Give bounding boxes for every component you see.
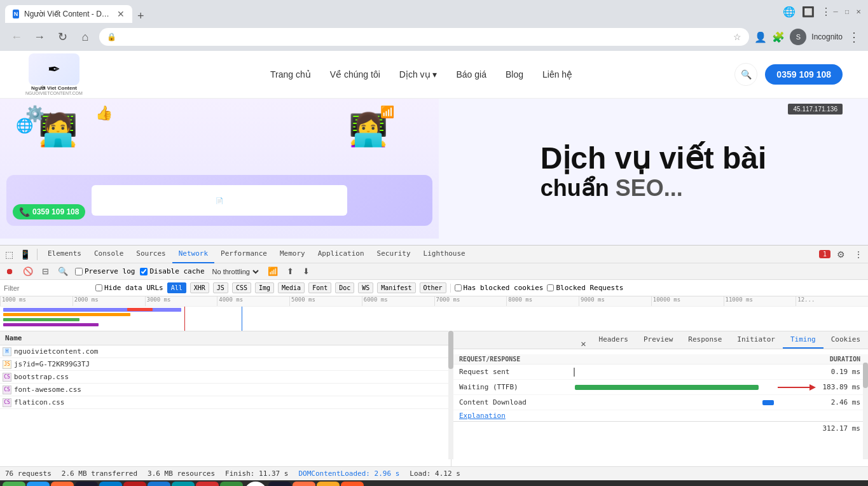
devtools-settings-btn[interactable]: ⚙ (834, 248, 848, 261)
scroll-thumb[interactable] (448, 331, 453, 369)
active-tab[interactable]: N Người Viết Content - Dịch vụ viết... ✕ (5, 5, 132, 23)
chrome-extensions[interactable]: 🔲 (802, 6, 815, 18)
profile-icon[interactable]: 👤 (754, 31, 767, 43)
tab-memory[interactable]: Memory (273, 246, 312, 263)
extensions-icon[interactable]: 🧩 (772, 31, 785, 43)
new-tab-button[interactable]: + (132, 10, 149, 23)
throttle-select[interactable]: No throttling (210, 267, 261, 276)
taskbar-vscode-btn[interactable]: 📝 (99, 482, 122, 486)
tab-network[interactable]: Network (172, 246, 214, 263)
timeline-waterfall[interactable] (0, 307, 868, 331)
tab-sources[interactable]: Sources (130, 246, 172, 263)
filter-input[interactable] (4, 284, 92, 292)
taskbar-sublime2-btn[interactable]: S (341, 482, 364, 486)
chrome-menu-icon[interactable]: ⋮ (821, 6, 831, 18)
tab-security[interactable]: Security (371, 246, 417, 263)
filter-ws-btn[interactable]: WS (358, 282, 373, 293)
cta-phone-button[interactable]: 0359 109 108 (765, 64, 843, 85)
forward-button[interactable]: → (31, 28, 48, 46)
record-btn[interactable]: ⏺ (4, 265, 16, 277)
devtools-inspect-btn[interactable]: ⬚ (3, 248, 16, 261)
minimize-btn[interactable]: ─ (831, 7, 840, 16)
tab-elements[interactable]: Elements (41, 246, 88, 263)
tab-performance[interactable]: Performance (214, 246, 273, 263)
nav-blog[interactable]: Blog (506, 69, 523, 80)
detail-scroll-thumb[interactable] (863, 363, 868, 388)
detail-tab-headers[interactable]: Headers (591, 331, 636, 349)
tab-application[interactable]: Application (312, 246, 371, 263)
taskbar-files-btn[interactable]: 📁 (27, 482, 50, 486)
search-btn[interactable]: 🔍 (56, 265, 70, 277)
network-row-1[interactable]: H nguoivietcontent.com (0, 345, 451, 358)
detail-tab-cookies[interactable]: Cookies (823, 331, 868, 349)
taskbar-nemo-btn[interactable]: 📂 (220, 482, 243, 486)
nav-dich-vu[interactable]: Dịch vụ (399, 69, 437, 80)
clear-btn[interactable]: 🚫 (21, 265, 35, 277)
nav-bao-gia[interactable]: Báo giá (457, 69, 486, 80)
tab-close-btn[interactable]: ✕ (117, 9, 125, 19)
timing-explanation-link[interactable]: Explanation (451, 410, 868, 421)
nav-lien-he[interactable]: Liên hệ (542, 69, 572, 80)
bookmark-icon[interactable]: ☆ (733, 32, 741, 42)
filter-btn[interactable]: ⊟ (40, 265, 51, 277)
reload-button[interactable]: ↻ (53, 28, 71, 46)
taskbar-terminal-btn[interactable]: T (75, 482, 98, 486)
filter-css-btn[interactable]: CSS (232, 282, 251, 293)
home-button[interactable]: ⌂ (76, 28, 94, 46)
tab-console[interactable]: Console (88, 246, 130, 263)
nav-ve-chung-toi[interactable]: Về chúng tôi (330, 69, 380, 80)
maximize-btn[interactable]: □ (843, 7, 851, 16)
detail-close-btn[interactable]: ✕ (575, 338, 591, 349)
tab-lighthouse[interactable]: Lighthouse (417, 246, 472, 263)
network-row-3[interactable]: CS bootstrap.css (0, 371, 451, 384)
preserve-log-checkbox[interactable]: Preserve log (75, 267, 135, 275)
filter-xhr-btn[interactable]: XHR (190, 282, 209, 293)
chrome-menu-button[interactable]: ⋮ (848, 29, 860, 45)
devtools-device-btn[interactable]: 📱 (17, 248, 33, 261)
detail-tab-response[interactable]: Response (680, 331, 729, 349)
disable-cache-checkbox[interactable]: Disable cache (140, 267, 204, 275)
blocked-requests-check[interactable]: Blocked Requests (547, 284, 623, 292)
close-btn[interactable]: ✕ (854, 7, 863, 16)
taskbar-filezilla-btn[interactable]: 📤 (123, 482, 146, 486)
has-blocked-cookies-check[interactable]: Has blocked cookies (455, 284, 544, 292)
taskbar-chrome-btn[interactable]: 🌐 (244, 482, 267, 486)
filter-js-btn[interactable]: JS (213, 282, 228, 293)
detail-tab-timing[interactable]: Timing (783, 331, 823, 349)
detail-tab-preview[interactable]: Preview (636, 331, 680, 349)
devtools-more-btn[interactable]: ⋮ (851, 248, 865, 261)
filter-media-btn[interactable]: Media (278, 282, 305, 293)
network-row-5[interactable]: CS flaticon.css (0, 396, 451, 409)
nav-trang-chu[interactable]: Trang chủ (270, 69, 311, 80)
taskbar-sublime-btn[interactable]: S (293, 482, 315, 486)
network-row-4[interactable]: CS font-awesome.css (0, 384, 451, 396)
back-button[interactable]: ← (8, 28, 25, 46)
import-btn[interactable]: ⬆ (285, 265, 296, 277)
filter-manifest-btn[interactable]: Manifest (377, 282, 415, 293)
hero-phone-badge[interactable]: 📞 0359 109 108 (13, 204, 85, 219)
account-button[interactable]: S (790, 29, 806, 45)
online-status-btn[interactable]: 📶 (266, 265, 280, 277)
taskbar-app2-btn[interactable]: ⚡ (268, 482, 291, 486)
detail-scrollbar[interactable] (863, 363, 868, 459)
network-row-2[interactable]: JS js?id=G-T2KR99G3TJ (0, 358, 451, 371)
detail-tab-initiator[interactable]: Initiator (729, 331, 783, 349)
filter-doc-btn[interactable]: Doc (335, 282, 354, 293)
list-scrollbar[interactable] (448, 331, 453, 459)
search-button[interactable]: 🔍 (734, 63, 757, 86)
hide-data-urls-check[interactable]: Hide data URLs (95, 284, 163, 292)
filter-font-btn[interactable]: Font (308, 282, 331, 293)
taskbar-mail-btn[interactable]: ✉️ (196, 482, 219, 486)
export-btn[interactable]: ⬇ (301, 265, 312, 277)
taskbar-app1-btn[interactable]: 🔵 (172, 482, 195, 486)
filter-other-btn[interactable]: Other (420, 282, 446, 293)
taskbar-archive-btn[interactable]: 📦 (317, 482, 340, 486)
chrome-minimize[interactable]: 🌐 (783, 6, 796, 18)
taskbar-firefox-btn[interactable]: 🦊 (51, 482, 74, 486)
throttle-selector[interactable]: No throttling (210, 267, 261, 276)
taskbar-telegram-btn[interactable]: ✈️ (148, 482, 170, 486)
filter-all-btn[interactable]: All (167, 282, 186, 293)
url-bar[interactable]: 🔒 ☆ (99, 28, 749, 46)
taskbar-start-btn[interactable]: 🐧 (3, 482, 25, 486)
filter-img-btn[interactable]: Img (255, 282, 274, 293)
